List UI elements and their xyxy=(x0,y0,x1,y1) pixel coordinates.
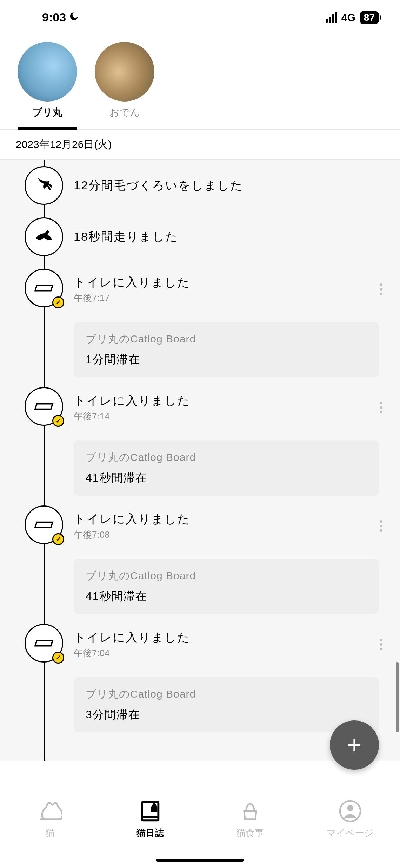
add-button[interactable]: + xyxy=(330,720,379,770)
moon-icon xyxy=(69,11,79,24)
nav-label: マイページ xyxy=(327,827,374,839)
detail-card[interactable]: ブリ丸のCatlog Board 1分間滞在 xyxy=(74,322,379,377)
status-time: 9:03 xyxy=(42,11,66,24)
date-text: 2023年12月26日(火) xyxy=(16,138,112,150)
toilet-icon: ✓ xyxy=(25,387,63,426)
detail-device: ブリ丸のCatlog Board xyxy=(86,450,367,465)
home-indicator[interactable] xyxy=(156,859,244,862)
bottom-nav: 猫 猫日誌 猫食事 マイページ xyxy=(0,784,400,868)
timeline-entry[interactable]: ✓ トイレに入りました 午後7:04 xyxy=(0,618,400,669)
check-badge-icon: ✓ xyxy=(52,415,64,427)
timeline-entry[interactable]: 12分間毛づくろいをしました xyxy=(0,160,400,211)
cat-icon xyxy=(38,799,62,823)
nav-diary[interactable]: 猫日誌 xyxy=(100,784,200,854)
more-icon[interactable] xyxy=(380,283,382,295)
scrollbar[interactable] xyxy=(396,662,399,732)
nav-cat[interactable]: 猫 xyxy=(0,784,100,854)
detail-card[interactable]: ブリ丸のCatlog Board 3分間滞在 xyxy=(74,677,379,732)
food-icon xyxy=(238,799,262,823)
timeline[interactable]: 12分間毛づくろいをしました 18秒間走りました ✓ トイレに入りました 午後7… xyxy=(0,160,400,761)
status-time-group: 9:03 xyxy=(42,11,79,24)
check-badge-icon: ✓ xyxy=(52,533,64,545)
battery-icon: 87 xyxy=(360,11,379,24)
detail-card[interactable]: ブリ丸のCatlog Board 41秒間滞在 xyxy=(74,559,379,614)
pet-tab-oden[interactable]: おでん xyxy=(95,42,154,129)
detail-duration: 41秒間滞在 xyxy=(86,589,367,604)
status-indicators: 4G 87 xyxy=(326,11,379,24)
detail-device: ブリ丸のCatlog Board xyxy=(86,569,367,583)
person-icon xyxy=(338,799,362,823)
detail-duration: 41秒間滞在 xyxy=(86,470,367,486)
nav-label: 猫食事 xyxy=(236,827,264,839)
toilet-icon: ✓ xyxy=(25,624,63,663)
more-icon[interactable] xyxy=(380,639,382,650)
groom-icon xyxy=(25,166,63,205)
plus-icon: + xyxy=(347,731,362,759)
entry-title: トイレに入りました xyxy=(74,274,386,291)
timeline-entry[interactable]: ✓ トイレに入りました 午後7:17 xyxy=(0,262,400,314)
entry-title: 12分間毛づくろいをしました xyxy=(74,177,386,194)
check-badge-icon: ✓ xyxy=(52,296,64,308)
detail-duration: 1分間滞在 xyxy=(86,352,367,367)
entry-title: 18秒間走りました xyxy=(74,229,386,245)
check-badge-icon: ✓ xyxy=(52,652,64,664)
entry-timestamp: 午後7:04 xyxy=(74,647,386,659)
network-label: 4G xyxy=(341,12,355,24)
more-icon[interactable] xyxy=(380,520,382,532)
nav-label: 猫日誌 xyxy=(136,827,164,839)
pet-tabs: ブリ丸 おでん xyxy=(0,31,400,130)
entry-timestamp: 午後7:14 xyxy=(74,410,386,423)
status-bar: 9:03 4G 87 xyxy=(0,0,400,31)
entry-timestamp: 午後7:08 xyxy=(74,529,386,541)
avatar xyxy=(18,42,77,102)
entry-title: トイレに入りました xyxy=(74,393,386,409)
toilet-icon: ✓ xyxy=(25,269,63,307)
entry-timestamp: 午後7:17 xyxy=(74,292,386,304)
entry-title: トイレに入りました xyxy=(74,629,386,646)
nav-label: 猫 xyxy=(46,827,55,839)
nav-mypage[interactable]: マイページ xyxy=(300,784,400,854)
pet-name: おでん xyxy=(109,106,140,119)
diary-icon xyxy=(138,799,162,823)
avatar xyxy=(95,42,154,102)
timeline-entry[interactable]: ✓ トイレに入りました 午後7:08 xyxy=(0,499,400,550)
pet-tab-burimaru[interactable]: ブリ丸 xyxy=(18,42,77,130)
nav-food[interactable]: 猫食事 xyxy=(200,784,300,854)
toilet-icon: ✓ xyxy=(25,505,63,544)
detail-duration: 3分間滞在 xyxy=(86,707,367,723)
signal-icon xyxy=(326,12,337,23)
timeline-entry[interactable]: 18秒間走りました xyxy=(0,211,400,262)
timeline-entry[interactable]: ✓ トイレに入りました 午後7:14 xyxy=(0,381,400,432)
entry-title: トイレに入りました xyxy=(74,511,386,527)
run-icon xyxy=(25,217,63,256)
date-header: 2023年12月26日(火) xyxy=(0,130,400,160)
pet-name: ブリ丸 xyxy=(32,106,62,119)
more-icon[interactable] xyxy=(380,402,382,413)
detail-card[interactable]: ブリ丸のCatlog Board 41秒間滞在 xyxy=(74,440,379,496)
svg-point-2 xyxy=(347,805,353,811)
detail-device: ブリ丸のCatlog Board xyxy=(86,687,367,701)
detail-device: ブリ丸のCatlog Board xyxy=(86,332,367,346)
